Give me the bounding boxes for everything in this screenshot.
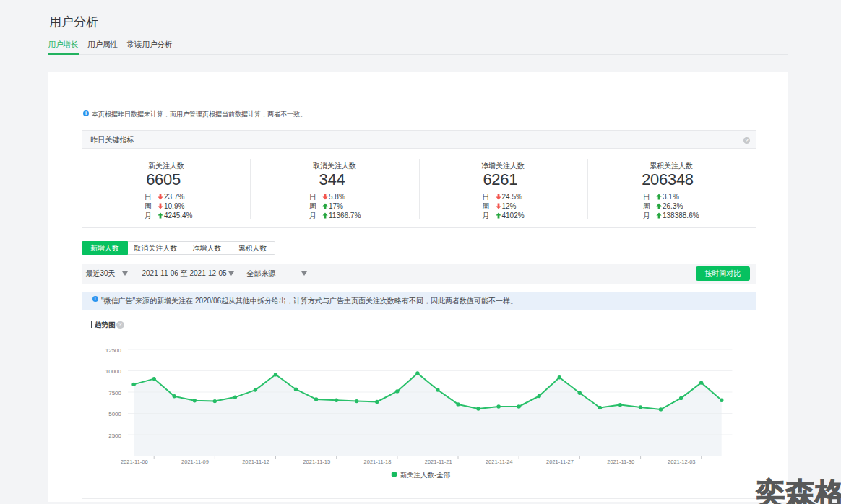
svg-text:2021-11-12: 2021-11-12 (242, 459, 269, 465)
svg-text:2021-11-21: 2021-11-21 (425, 459, 452, 465)
svg-text:5000: 5000 (108, 411, 121, 417)
svg-text:2021-11-06: 2021-11-06 (121, 459, 148, 465)
svg-text:12500: 12500 (105, 347, 122, 354)
svg-text:2021-11-15: 2021-11-15 (303, 459, 330, 465)
svg-text:2021-11-09: 2021-11-09 (181, 459, 209, 465)
svg-text:7500: 7500 (108, 390, 121, 396)
svg-text:2021-11-24: 2021-11-24 (486, 459, 513, 465)
svg-text:2500: 2500 (108, 433, 121, 439)
svg-text:2021-12-03: 2021-12-03 (668, 459, 695, 465)
svg-text:10000: 10000 (105, 368, 122, 375)
svg-text:2021-11-30: 2021-11-30 (607, 459, 634, 465)
svg-text:2021-11-18: 2021-11-18 (364, 459, 392, 465)
svg-text:2021-11-27: 2021-11-27 (546, 459, 574, 465)
svg-text:新关注人数-全部: 新关注人数-全部 (400, 471, 451, 479)
